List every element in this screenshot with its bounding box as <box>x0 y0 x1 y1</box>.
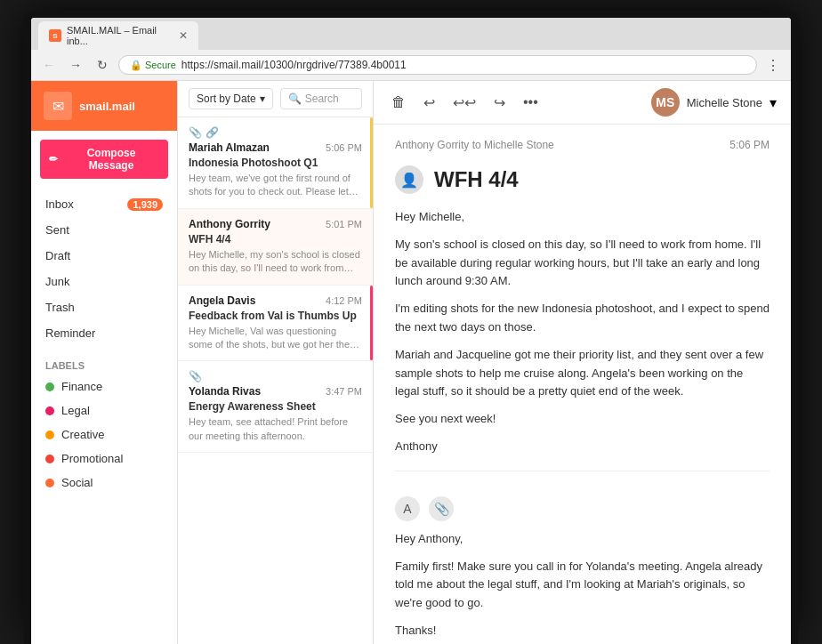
reply-button[interactable]: ↩ <box>420 91 439 115</box>
email-subject-4: Energy Awareness Sheet <box>189 400 362 413</box>
email-preview-3: Hey Michelle, Val was questioning some o… <box>189 325 362 352</box>
email-item-3[interactable]: Angela Davis 4:12 PM Feedback from Val i… <box>178 286 373 362</box>
sidebar-item-draft[interactable]: Draft <box>31 243 177 269</box>
email-list: Sort by Date ▾ 🔍 Search 📎 🔗 <box>178 81 374 644</box>
email-body-p2: I'm editing shots for the new Indonesia … <box>395 300 770 337</box>
sidebar-item-sent[interactable]: Sent <box>31 217 177 243</box>
email-view-toolbar: 🗑 ↩ ↩↩ ↪ ••• MS Michelle Stone ▾ <box>374 81 791 125</box>
sort-dropdown[interactable]: Sort by Date ▾ <box>189 88 273 109</box>
tab-close-btn[interactable]: ✕ <box>179 29 188 42</box>
browser-tabs: S SMAIL.MAIL – Email inb... ✕ <box>31 18 791 50</box>
email-time-1: 5:06 PM <box>326 142 362 153</box>
email-item-1[interactable]: 📎 🔗 Mariah Almazan 5:06 PM Indonesia Pho… <box>178 117 373 209</box>
legal-dot <box>45 407 54 415</box>
search-box[interactable]: 🔍 Search <box>280 88 362 109</box>
email-sender-4: Yolanda Rivas <box>189 385 261 398</box>
forward-email-button[interactable]: ↪ <box>490 91 509 115</box>
sidebar: ✉ smail.mail ✏ Compose Message Inbox 1,9… <box>31 81 178 644</box>
label-legal[interactable]: Legal <box>31 398 177 423</box>
label-promotional[interactable]: Promotional <box>31 447 177 471</box>
delete-button[interactable]: 🗑 <box>388 91 409 114</box>
reply-greeting: Hey Anthony, <box>395 530 770 549</box>
compose-label: Compose Message <box>63 147 159 172</box>
search-placeholder: Search <box>305 93 339 105</box>
sent-label: Sent <box>45 223 69 237</box>
social-dot <box>45 479 54 487</box>
browser-menu-button[interactable]: ⋮ <box>762 54 784 76</box>
email-indicator-3 <box>370 286 373 361</box>
sidebar-item-trash[interactable]: Trash <box>31 294 177 320</box>
tab-title: SMAIL.MAIL – Email inb... <box>67 25 168 46</box>
browser-tab-active[interactable]: S SMAIL.MAIL – Email inb... ✕ <box>38 21 198 50</box>
email-sender-3: Angela Davis <box>189 294 255 307</box>
reminder-label: Reminder <box>45 326 95 340</box>
email-body-p1: My son's school is closed on this day, s… <box>395 236 770 291</box>
label-social[interactable]: Social <box>31 471 177 495</box>
legal-label: Legal <box>61 404 90 417</box>
reply-body-container: Hey Anthony, Family first! Make sure you… <box>395 530 770 640</box>
sidebar-item-reminder[interactable]: Reminder <box>31 320 177 346</box>
sidebar-item-junk[interactable]: Junk <box>31 269 177 294</box>
email-body-p4: See you next week! <box>395 410 770 429</box>
promotional-label: Promotional <box>61 452 123 465</box>
logo-icon: ✉ <box>44 92 72 120</box>
forward-button[interactable]: → <box>65 54 86 76</box>
email-preview-2: Hey Michelle, my son's school is closed … <box>189 248 362 276</box>
compose-button[interactable]: ✏ Compose Message <box>40 140 168 179</box>
reply-all-button[interactable]: ↩↩ <box>449 91 480 115</box>
email-item-1-header: Mariah Almazan 5:06 PM <box>189 141 362 154</box>
attachment-icon: 📎 <box>189 126 202 139</box>
reply-sender-icon: A <box>395 496 420 521</box>
social-label: Social <box>61 476 93 489</box>
label-finance[interactable]: Finance <box>31 374 177 398</box>
inbox-badge: 1,939 <box>127 198 163 211</box>
email-sender-2: Anthony Gorrity <box>189 218 270 230</box>
email-item-2[interactable]: Anthony Gorrity 5:01 PM WFH 4/4 Hey Mich… <box>178 209 373 286</box>
reply-header: A 📎 <box>395 496 770 521</box>
email-item-3-header: Angela Davis 4:12 PM <box>189 294 362 307</box>
email-preview-1: Hey team, we've got the first round of s… <box>189 172 362 199</box>
email-view-content: Anthony Gorrity to Michelle Stone 5:06 P… <box>374 125 791 644</box>
user-menu[interactable]: MS Michelle Stone ▾ <box>651 88 777 117</box>
draft-label: Draft <box>45 249 70 262</box>
logo-text: smail.mail <box>79 100 135 113</box>
promotional-dot <box>45 455 54 463</box>
email-sender-1: Mariah Almazan <box>189 141 270 154</box>
email-greeting: Hey Michelle, <box>395 208 770 227</box>
label-creative[interactable]: Creative <box>31 423 177 447</box>
email-subject-2: WFH 4/4 <box>189 233 362 246</box>
email-time-2: 5:01 PM <box>326 219 362 229</box>
back-button[interactable]: ← <box>38 54 60 76</box>
email-item-4-header: Yolanda Rivas 3:47 PM <box>189 385 362 398</box>
sidebar-item-inbox[interactable]: Inbox 1,939 <box>31 191 177 217</box>
finance-dot <box>45 382 54 391</box>
creative-dot <box>45 431 54 439</box>
email-item-2-header: Anthony Gorrity 5:01 PM <box>189 218 362 230</box>
sidebar-logo: ✉ smail.mail <box>31 81 177 131</box>
more-options-button[interactable]: ••• <box>520 91 542 114</box>
secure-badge: 🔒 Secure <box>130 60 176 71</box>
attachment-icon-2: 📎 <box>189 370 202 382</box>
refresh-button[interactable]: ↻ <box>92 54 113 76</box>
sender-avatar: 👤 <box>395 165 423 194</box>
email-indicator-1 <box>370 117 373 208</box>
url-text: https://smail.mail/10300/nrgdrive/77389.… <box>181 59 407 71</box>
sidebar-nav: Inbox 1,939 Sent Draft Junk <box>31 188 177 350</box>
address-bar[interactable]: 🔒 Secure https://smail.mail/10300/nrgdri… <box>118 55 757 75</box>
email-item-4[interactable]: 📎 Yolanda Rivas 3:47 PM Energy Awareness… <box>178 361 373 453</box>
junk-label: Junk <box>45 275 69 288</box>
email-time-4: 3:47 PM <box>326 386 362 397</box>
email-body-p3: Mariah and Jacqueline got me their prior… <box>395 346 770 401</box>
sort-chevron-icon: ▾ <box>260 93 265 105</box>
email-view: 🗑 ↩ ↩↩ ↪ ••• MS Michelle Stone ▾ <box>374 81 791 644</box>
sidebar-labels: Labels Finance Legal Creative <box>31 350 177 502</box>
creative-label: Creative <box>61 428 104 441</box>
browser-controls: ← → ↻ 🔒 Secure https://smail.mail/10300/… <box>31 50 791 80</box>
sort-label: Sort by Date <box>197 93 256 105</box>
email-divider <box>395 471 770 471</box>
reply-attach-icon: 📎 <box>429 496 454 521</box>
finance-label: Finance <box>61 380 102 393</box>
reply-sign: Thanks! <box>395 622 770 640</box>
user-name: Michelle Stone <box>687 96 762 109</box>
email-subject-3: Feedback from Val is Thumbs Up <box>189 310 362 322</box>
